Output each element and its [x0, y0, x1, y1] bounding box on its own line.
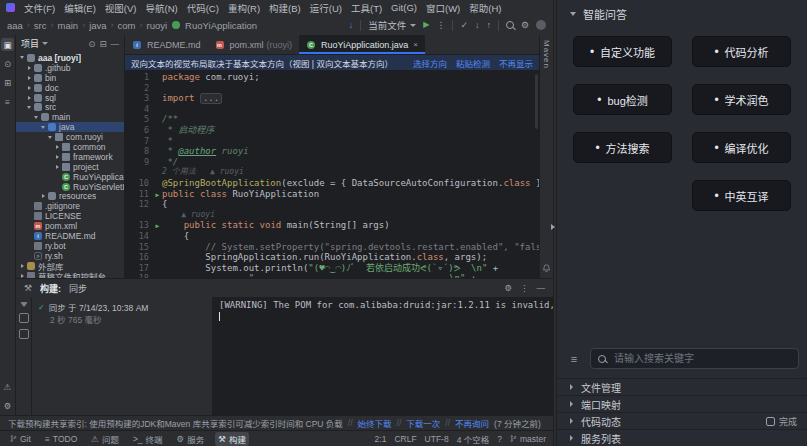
statusbar-git-button[interactable]: Git — [7, 433, 34, 445]
readonly-indicator[interactable]: ? — [497, 434, 502, 444]
custom-function-button[interactable]: •自定义功能 — [573, 36, 672, 67]
more-actions-icon[interactable]: ⋮ — [436, 21, 445, 30]
tree-item-ruoyiservletinitializer[interactable]: RuoYiServletInitializer — [16, 182, 124, 192]
problems-tool-icon[interactable]: ⚠ — [1, 380, 14, 393]
statusbar-problems-button[interactable]: ⚠问题 — [88, 432, 122, 446]
banner-link-detect[interactable]: 粘贴检测 — [456, 57, 490, 69]
line-endings[interactable]: CRLF — [394, 434, 416, 444]
statusbar-todo-button[interactable]: ≡TODO — [42, 433, 80, 445]
tree-item-common[interactable]: common — [16, 142, 124, 152]
tree-item-src[interactable]: src — [16, 102, 124, 112]
update-project-icon[interactable]: ↓ — [349, 21, 354, 30]
tab-pom[interactable]: pom.xml (ruoyi) — [208, 35, 300, 54]
breadcrumb-file[interactable]: RuoYiApplication — [185, 20, 257, 31]
tree-item-gitignore[interactable]: .gitignore — [16, 201, 124, 211]
hide-panel-icon[interactable]: — — [111, 39, 120, 49]
tree-item-ry-sh[interactable]: ry.sh — [16, 251, 124, 261]
code-analysis-button[interactable]: •代码分析 — [692, 36, 791, 67]
run-config-selector[interactable]: 当前文件 — [368, 18, 416, 32]
close-tab-icon[interactable]: × — [413, 40, 418, 49]
tree-item-doc[interactable]: doc — [16, 83, 124, 93]
build-tab-sync[interactable]: 同步 — [69, 282, 87, 295]
compile-optimize-button[interactable]: •编译优化 — [692, 132, 791, 163]
tab-ruoyiapplication[interactable]: RuoYiApplication.java × — [299, 35, 425, 54]
tree-item-ry-bot[interactable]: ry.bot — [16, 241, 124, 251]
indent-setting[interactable]: 4 个空格 — [457, 433, 490, 445]
menu-help[interactable]: 帮助(H) — [469, 1, 501, 15]
run-main-gutter-icon[interactable]: ▶ — [156, 222, 160, 230]
build-result-row[interactable]: ✓ 同步 于 7/14/23, 10:38 AM — [38, 301, 206, 313]
tree-item-scratches[interactable]: 草稿文件和控制台 — [16, 271, 124, 278]
bug-detect-button[interactable]: •bug检测 — [573, 84, 672, 115]
statusbar-terminal-button[interactable]: >_终端 — [130, 432, 166, 446]
search-icon[interactable] — [506, 21, 514, 29]
breadcrumb-main[interactable]: main — [58, 20, 79, 31]
tree-item-root[interactable]: aaa [ruoyi] — [16, 53, 124, 63]
section-port-mapping[interactable]: 端口映射 — [557, 395, 807, 412]
folded-code[interactable]: ... — [200, 93, 222, 104]
settings-gear-icon[interactable]: ⚙ — [521, 21, 529, 30]
hint-link-download-once[interactable]: 下载一次 — [406, 417, 440, 429]
cn-en-translate-button[interactable]: •中英互译 — [692, 180, 791, 211]
commit-tool-icon[interactable]: ⊙ — [1, 57, 14, 70]
tree-item-main[interactable]: main — [16, 112, 124, 122]
collapse-all-icon[interactable] — [19, 329, 29, 339]
project-panel-header[interactable]: 项目 ⊙ ⊟ — — [16, 35, 124, 52]
menu-file[interactable]: 文件(F) — [24, 1, 55, 15]
assistant-search-box[interactable] — [590, 348, 799, 369]
run-button[interactable]: ▶ — [423, 21, 429, 29]
tree-item-bin[interactable]: bin — [16, 73, 124, 83]
git-branch-widget[interactable]: master — [510, 434, 546, 444]
menu-refactor[interactable]: 重构(R) — [228, 1, 260, 15]
expand-all-icon[interactable] — [19, 313, 29, 323]
build-more-icon[interactable]: ⋮ — [520, 283, 529, 293]
git-pull-icon[interactable]: ↓ — [475, 21, 480, 30]
breadcrumb-src[interactable]: src — [34, 20, 47, 31]
git-push-icon[interactable]: ↑ — [486, 21, 491, 30]
statusbar-services-button[interactable]: ⚙服务 — [174, 432, 208, 446]
project-tool-icon[interactable]: ▣ — [1, 38, 14, 51]
breadcrumb-aaa[interactable]: aaa — [7, 20, 23, 31]
services-tool-icon[interactable]: ⚙ — [1, 399, 14, 412]
section-file-manager[interactable]: 文件管理 — [557, 378, 807, 395]
filter-icon[interactable] — [20, 302, 28, 307]
run-class-gutter-icon[interactable]: ▶ — [156, 191, 160, 199]
tree-item-resources[interactable]: resources — [16, 191, 124, 201]
tree-item-java[interactable]: java — [16, 122, 124, 132]
collapse-all-icon[interactable]: ⊟ — [99, 39, 106, 49]
menu-navigate[interactable]: 导航(N) — [145, 1, 177, 15]
menu-build[interactable]: 构建(B) — [269, 1, 301, 15]
menu-tools[interactable]: 工具(T) — [351, 1, 382, 15]
build-settings-gear-icon[interactable]: ⚙ — [504, 283, 512, 293]
locate-file-icon[interactable]: ⊙ — [88, 39, 95, 49]
academic-polish-button[interactable]: •学术润色 — [692, 84, 791, 115]
tab-readme[interactable]: README.md — [125, 35, 208, 54]
git-commit-check-icon[interactable]: ✓ — [460, 21, 468, 30]
code-editor[interactable]: 1package com.ruoyi; 2 3import ... 4 5/**… — [125, 70, 539, 278]
menu-window[interactable]: 窗口(W) — [426, 1, 460, 15]
tree-item-sql[interactable]: sql — [16, 93, 124, 103]
menu-code[interactable]: 代码(C) — [187, 1, 219, 15]
banner-link-choose-direction[interactable]: 选择方向 — [413, 57, 447, 69]
menu-icon[interactable]: ≡ — [565, 350, 583, 368]
build-output-console[interactable]: [WARNING] The POM for com.alibaba:druid:… — [213, 297, 553, 415]
banner-link-dismiss[interactable]: 不再显示 — [499, 57, 533, 69]
file-encoding[interactable]: UTF-8 — [425, 434, 449, 444]
search-input[interactable] — [612, 352, 791, 365]
usages-inlay-hint[interactable]: 2 个用法 ▲ ruoyi — [162, 167, 244, 178]
hint-link-always-download[interactable]: 始终下载 — [358, 417, 392, 429]
author-inlay-hint[interactable]: ▲ ruoyi — [162, 210, 215, 221]
tree-item-license[interactable]: LICENSE — [16, 211, 124, 221]
hint-link-dont-ask[interactable]: 不再询问 — [455, 417, 489, 429]
statusbar-build-button[interactable]: ⚒构建 — [215, 432, 249, 446]
tree-item-framework[interactable]: framework — [16, 152, 124, 162]
hide-build-panel-icon[interactable]: — — [537, 283, 546, 293]
method-search-button[interactable]: •方法搜索 — [573, 132, 672, 163]
menu-run[interactable]: 运行(U) — [310, 1, 342, 15]
tree-item-ruoyiapplication[interactable]: RuoYiApplication — [16, 172, 124, 182]
section-service-list[interactable]: 服务列表 — [557, 429, 807, 446]
tree-item-readme[interactable]: README.md — [16, 231, 124, 241]
tree-item-github[interactable]: .github — [16, 63, 124, 73]
structure-tool-icon[interactable]: ≡ — [1, 95, 14, 108]
tree-item-project[interactable]: project — [16, 162, 124, 172]
